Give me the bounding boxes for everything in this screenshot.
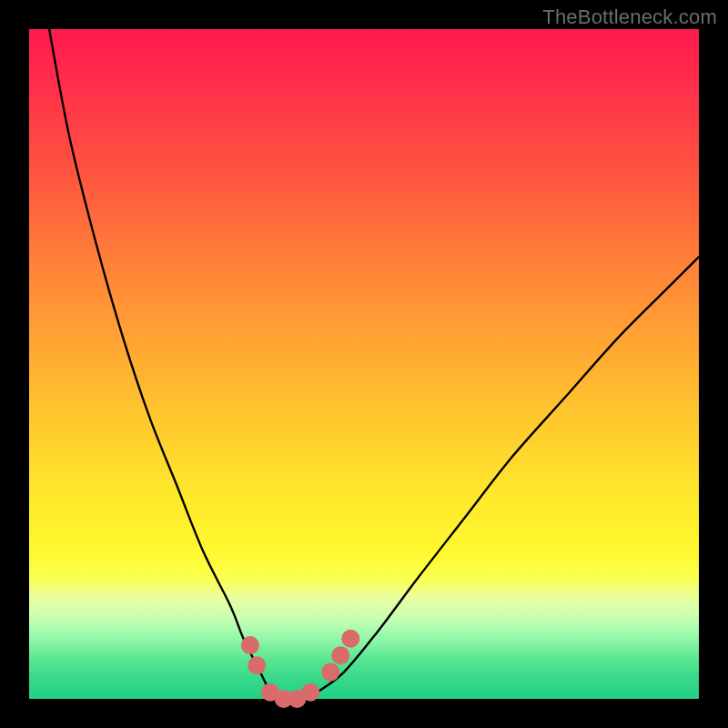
watermark-text: TheBottleneck.com: [542, 5, 717, 29]
chart-frame: TheBottleneck.com: [0, 0, 728, 728]
dot-valley-4: [301, 683, 319, 702]
dot-left-upper: [241, 636, 259, 654]
dot-right-upper: [341, 630, 359, 648]
chart-svg: [29, 29, 699, 699]
curve-markers: [241, 630, 359, 708]
bottleneck-curve: [49, 29, 699, 700]
dot-right-lower: [321, 663, 339, 682]
plot-area: [29, 29, 699, 699]
dot-left-lower: [248, 656, 266, 674]
dot-right-mid: [331, 646, 349, 664]
